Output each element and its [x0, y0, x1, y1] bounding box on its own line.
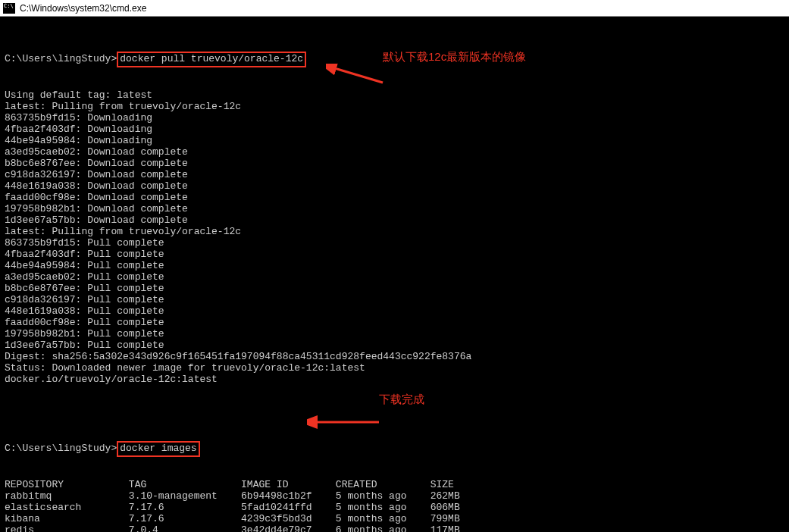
table-row: kibana 7.17.6 4239c3f5bd3d 5 months ago …: [5, 513, 784, 524]
output-line: 448e1619a038: Pull complete: [5, 305, 784, 317]
output-line: 4fbaa2f403df: Downloading: [5, 124, 784, 135]
output-line: b8bc6e8767ee: Pull complete: [5, 283, 784, 294]
table-row: elasticsearch 7.17.6 5fad10241ffd 5 mont…: [5, 502, 784, 513]
output-line: a3ed95caeb02: Pull complete: [5, 271, 784, 283]
output-line: latest: Pulling from truevoly/oracle-12c: [5, 226, 784, 237]
output-line: latest: Pulling from truevoly/oracle-12c: [5, 101, 784, 112]
window-titlebar[interactable]: C:\Windows\system32\cmd.exe: [0, 0, 789, 17]
prompt: C:\Users\lingStudy>: [5, 53, 117, 64]
output-line: Using default tag: latest: [5, 89, 784, 101]
table-row: rabbitmq 3.10-management 6b94498c1b2f 5 …: [5, 490, 784, 502]
terminal-area[interactable]: C:\Users\lingStudy>docker pull truevoly/…: [0, 17, 789, 532]
command-pull: docker pull truevoly/oracle-12c: [120, 53, 303, 64]
table-header: REPOSITORY TAG IMAGE ID CREATED SIZE: [5, 479, 784, 490]
output-line: c918da326197: Pull complete: [5, 294, 784, 305]
output-line: Digest: sha256:5a302e343d926c9f165451fa1…: [5, 351, 784, 362]
highlight-box-pull: docker pull truevoly/oracle-12c: [117, 52, 306, 67]
highlight-box-images: docker images: [117, 441, 199, 457]
output-line: 448e1619a038: Download complete: [5, 180, 784, 192]
output-line: 863735b9fd15: Pull complete: [5, 237, 784, 249]
output-line: 44be94a95984: Downloading: [5, 135, 784, 146]
output-line: 197958b982b1: Download complete: [5, 203, 784, 214]
prompt: C:\Users\lingStudy>: [5, 443, 117, 454]
command-images: docker images: [120, 443, 196, 454]
output-line: 197958b982b1: Pull complete: [5, 328, 784, 340]
output-line: c918da326197: Download complete: [5, 169, 784, 180]
svg-line-0: [332, 67, 383, 83]
output-line: 44be94a95984: Pull complete: [5, 260, 784, 271]
cmd-icon: [3, 3, 15, 14]
output-line: b8bc6e8767ee: Download complete: [5, 158, 784, 169]
output-line: faadd00cf98e: Pull complete: [5, 317, 784, 328]
window-title: C:\Windows\system32\cmd.exe: [20, 3, 146, 14]
output-line: faadd00cf98e: Download complete: [5, 192, 784, 203]
table-row: redis 7.0.4 3e42dd4e79c7 6 months ago 11…: [5, 524, 784, 532]
output-line: Status: Downloaded newer image for truev…: [5, 362, 784, 374]
annotation-download-done: 下载完成: [379, 393, 424, 405]
output-line: docker.io/truevoly/oracle-12c:latest: [5, 374, 784, 385]
output-line: 1d3ee67a57bb: Pull complete: [5, 340, 784, 351]
output-line: 4fbaa2f403df: Pull complete: [5, 249, 784, 260]
output-line: 1d3ee67a57bb: Download complete: [5, 214, 784, 226]
output-line: a3ed95caeb02: Download complete: [5, 146, 784, 158]
output-line: 863735b9fd15: Downloading: [5, 112, 784, 124]
